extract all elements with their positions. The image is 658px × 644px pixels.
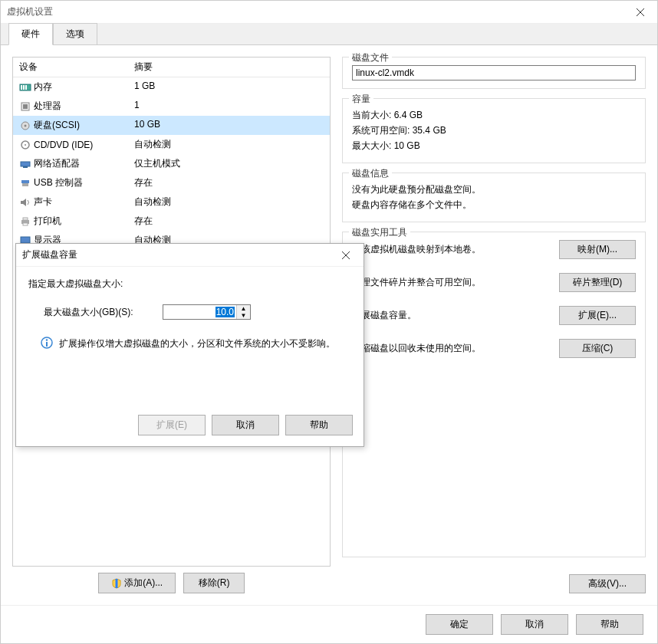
- svg-rect-10: [21, 162, 30, 166]
- expand-disk-dialog: 扩展磁盘容量 指定最大虚拟磁盘大小: 最大磁盘大小(GB)(S): 10.0 ▲…: [15, 243, 364, 447]
- device-row-sound[interactable]: 声卡 自动检测: [13, 192, 330, 212]
- modal-note-row: 扩展操作仅增大虚拟磁盘的大小，分区和文件系统的大小不受影响。: [28, 337, 351, 350]
- svg-rect-5: [23, 104, 28, 109]
- titlebar: 虚拟机设置: [1, 1, 657, 24]
- svg-rect-17: [21, 237, 30, 243]
- disk-file-input[interactable]: [352, 65, 636, 80]
- svg-rect-12: [21, 180, 29, 183]
- modal-cancel-button[interactable]: 取消: [212, 415, 279, 435]
- col-summary[interactable]: 摘要: [128, 58, 330, 77]
- modal-buttons: 扩展(E) 取消 帮助: [138, 415, 353, 435]
- disk-icon: [19, 121, 31, 130]
- cancel-button[interactable]: 取消: [501, 614, 568, 635]
- svg-rect-15: [23, 218, 28, 220]
- modal-expand-button[interactable]: 扩展(E): [138, 415, 206, 435]
- capacity-legend: 容量: [349, 93, 373, 106]
- svg-rect-1: [21, 85, 22, 90]
- footer: 确定 取消 帮助: [1, 605, 657, 643]
- modal-title: 扩展磁盘容量: [22, 248, 334, 261]
- memory-icon: [19, 83, 31, 92]
- util-row-map: 将该虚拟机磁盘映射到本地卷。 映射(M)...: [352, 240, 636, 259]
- disk-util-legend: 磁盘实用工具: [349, 226, 410, 239]
- disk-info-group: 磁盘信息 没有为此硬盘预分配磁盘空间。 硬盘内容存储在多个文件中。: [342, 172, 646, 222]
- disk-info-line1: 没有为此硬盘预分配磁盘空间。: [352, 183, 636, 196]
- modal-note: 扩展操作仅增大虚拟磁盘的大小，分区和文件系统的大小不受影响。: [59, 337, 351, 350]
- disk-info-legend: 磁盘信息: [349, 167, 392, 180]
- device-row-memory[interactable]: 内存 1 GB: [13, 77, 330, 97]
- add-button[interactable]: 添加(A)...: [98, 573, 176, 593]
- device-table-header: 设备 摘要: [13, 58, 330, 77]
- svg-rect-16: [23, 223, 28, 225]
- network-icon: [19, 159, 31, 169]
- advanced-row: 高级(V)...: [342, 574, 646, 593]
- modal-close-icon[interactable]: [334, 249, 357, 261]
- device-row-cddvd[interactable]: CD/DVD (IDE) 自动检测: [13, 135, 330, 154]
- spinner-buttons: ▲ ▼: [236, 305, 250, 319]
- svg-point-9: [25, 144, 26, 146]
- shield-icon: [111, 578, 122, 589]
- tab-bar: 硬件 选项: [1, 24, 657, 45]
- svg-rect-3: [25, 85, 27, 90]
- svg-rect-21: [46, 342, 48, 347]
- window-title: 虚拟机设置: [7, 5, 623, 18]
- printer-icon: [19, 217, 31, 226]
- free-space-row: 系统可用空间: 35.4 GB: [352, 124, 636, 137]
- modal-body: 指定最大虚拟磁盘大小: 最大磁盘大小(GB)(S): 10.0 ▲ ▼ 扩展操作…: [16, 267, 364, 361]
- svg-point-7: [25, 124, 27, 127]
- advanced-button[interactable]: 高级(V)...: [569, 574, 646, 593]
- spinner-down-icon[interactable]: ▼: [237, 312, 250, 319]
- processor-icon: [19, 102, 31, 111]
- close-icon[interactable]: [623, 1, 657, 24]
- modal-input-row: 最大磁盘大小(GB)(S): 10.0 ▲ ▼: [28, 304, 351, 320]
- compact-button[interactable]: 压缩(C): [559, 339, 636, 358]
- modal-help-button[interactable]: 帮助: [285, 415, 353, 435]
- capacity-group: 容量 当前大小: 6.4 GB 系统可用空间: 35.4 GB 最大大小: 10…: [342, 98, 646, 163]
- device-row-network[interactable]: 网络适配器 仅主机模式: [13, 154, 330, 173]
- disk-file-group: 磁盘文件: [342, 57, 646, 89]
- add-remove-row: 添加(A)... 移除(R): [12, 573, 331, 593]
- modal-label: 指定最大虚拟磁盘大小:: [28, 278, 351, 291]
- svg-point-20: [46, 339, 48, 340]
- disk-util-group: 磁盘实用工具 将该虚拟机磁盘映射到本地卷。 映射(M)... 整理文件碎片并整合…: [342, 232, 646, 557]
- usb-icon: [19, 179, 31, 188]
- spinner-up-icon[interactable]: ▲: [237, 305, 250, 312]
- tab-options[interactable]: 选项: [53, 23, 97, 44]
- max-size-row: 最大大小: 10 GB: [352, 140, 636, 153]
- disk-info-line2: 硬盘内容存储在多个文件中。: [352, 199, 636, 212]
- remove-button[interactable]: 移除(R): [183, 573, 245, 593]
- device-row-harddisk[interactable]: 硬盘(SCSI) 10 GB: [13, 116, 330, 135]
- util-row-expand: 扩展磁盘容量。 扩展(E)...: [352, 306, 636, 325]
- max-size-input[interactable]: 10.0: [163, 305, 236, 319]
- modal-titlebar: 扩展磁盘容量: [16, 244, 364, 267]
- disk-file-legend: 磁盘文件: [349, 51, 392, 64]
- ok-button[interactable]: 确定: [426, 614, 493, 635]
- defrag-button[interactable]: 碎片整理(D): [559, 273, 636, 292]
- util-row-defrag: 整理文件碎片并整合可用空间。 碎片整理(D): [352, 273, 636, 292]
- max-size-spinner[interactable]: 10.0 ▲ ▼: [163, 304, 251, 320]
- right-panel: 磁盘文件 容量 当前大小: 6.4 GB 系统可用空间: 35.4 GB 最大大…: [331, 57, 646, 593]
- device-row-processor[interactable]: 处理器 1: [13, 97, 330, 116]
- device-row-usb[interactable]: USB 控制器 存在: [13, 173, 330, 192]
- current-size-row: 当前大小: 6.4 GB: [352, 109, 636, 122]
- util-row-compact: 压缩磁盘以回收未使用的空间。 压缩(C): [352, 339, 636, 358]
- tab-hardware[interactable]: 硬件: [8, 23, 53, 45]
- svg-rect-13: [22, 183, 28, 186]
- modal-input-label: 最大磁盘大小(GB)(S):: [44, 306, 163, 319]
- col-device[interactable]: 设备: [13, 58, 128, 77]
- svg-rect-2: [23, 85, 25, 90]
- svg-rect-11: [23, 166, 28, 168]
- help-button[interactable]: 帮助: [576, 614, 643, 635]
- sound-icon: [19, 198, 31, 207]
- info-icon: [41, 337, 54, 350]
- cd-icon: [19, 140, 31, 150]
- map-button[interactable]: 映射(M)...: [559, 240, 636, 259]
- expand-button[interactable]: 扩展(E)...: [559, 306, 636, 325]
- device-row-printer[interactable]: 打印机 存在: [13, 212, 330, 231]
